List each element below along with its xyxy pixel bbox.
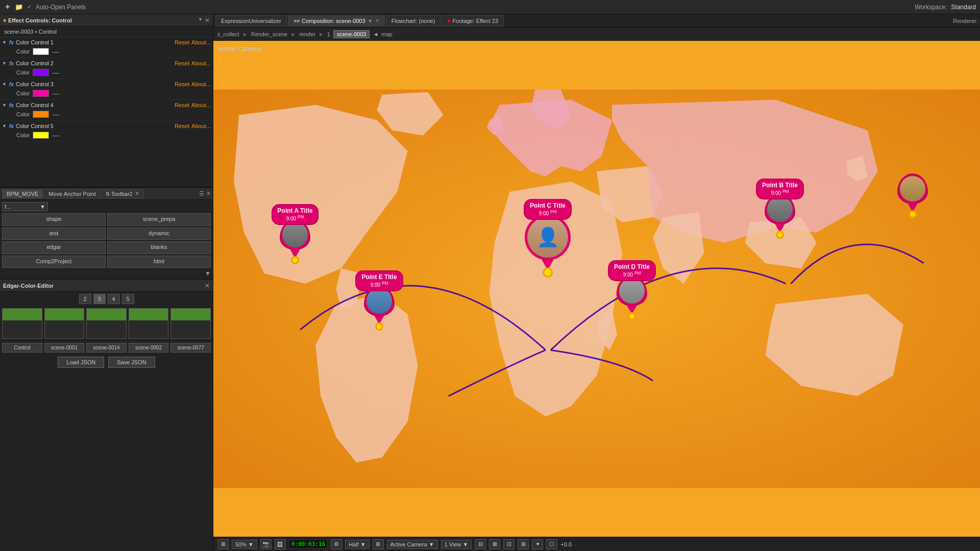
snapshot-button[interactable]: 📷 xyxy=(260,539,272,549)
view-select[interactable]: 1 View ▼ xyxy=(441,540,472,549)
script-tab-anchor[interactable]: Move Anchor Point xyxy=(44,189,100,198)
expand-arrow-5[interactable]: ▼ xyxy=(2,123,7,129)
fit-to-comp-button[interactable]: ⊞ xyxy=(217,539,229,549)
dash-icon-4[interactable]: — xyxy=(52,110,59,118)
dash-icon-5[interactable]: — xyxy=(52,131,59,139)
script-btn-shape[interactable]: shape xyxy=(2,213,106,226)
puppet-button[interactable]: ✦ xyxy=(532,539,543,549)
comp-dropdown[interactable]: ▼ xyxy=(368,18,373,24)
dropdown-icon[interactable]: ▼ xyxy=(198,17,203,24)
about-btn-2[interactable]: About... xyxy=(191,60,211,66)
pin-c-dot xyxy=(543,267,553,278)
reset-btn-3[interactable]: Reset xyxy=(175,81,189,87)
control-name-5: Color Control 5 xyxy=(16,123,173,129)
script-btn-blanks[interactable]: blanks xyxy=(107,241,211,254)
about-btn-3[interactable]: About... xyxy=(191,81,211,87)
breadcrumb-render[interactable]: render xyxy=(299,31,315,37)
color-swatch-block-5[interactable] xyxy=(170,308,211,339)
scene-tab-0014[interactable]: scene-0014 xyxy=(86,343,127,353)
color-editor-title: Edgar-Color-Editor xyxy=(3,283,54,289)
timecode-display[interactable]: 0:00:03:16 xyxy=(289,540,328,548)
about-btn-1[interactable]: About... xyxy=(191,39,211,45)
color-tab-5[interactable]: 5 xyxy=(122,294,134,304)
close-icon[interactable]: ✕ xyxy=(135,190,139,197)
comp-close-icon[interactable]: ✕ xyxy=(375,18,379,23)
color-tab-3[interactable]: 3 xyxy=(93,294,106,304)
view-2-button[interactable]: ⊠ xyxy=(489,539,500,549)
breadcrumb-arrow-icon[interactable]: ◄ xyxy=(373,31,378,37)
color-swatch-4[interactable] xyxy=(33,111,49,118)
script-btn-test[interactable]: test xyxy=(2,228,106,240)
expand-arrow-3[interactable]: ▼ xyxy=(2,82,7,87)
render-button[interactable]: ⚙ xyxy=(331,539,342,549)
scene-tab-control[interactable]: Control xyxy=(2,343,42,353)
color-swatch-2[interactable] xyxy=(33,69,49,76)
breadcrumb-z-collect[interactable]: z_collect xyxy=(217,31,239,37)
quality-select[interactable]: Half ▼ xyxy=(345,540,369,549)
pin-d-dot xyxy=(628,312,636,320)
close-icon-editor[interactable]: ✕ xyxy=(205,282,210,289)
breadcrumb-render-scene[interactable]: Render_scene xyxy=(251,31,288,37)
control-name-1: Color Control 1 xyxy=(16,39,173,45)
dash-icon-1[interactable]: — xyxy=(52,47,59,56)
script-btn-html[interactable]: html xyxy=(107,256,211,268)
script-btn-dynamic[interactable]: dynamic xyxy=(107,228,211,240)
scene-tab-0002[interactable]: scene-0002 xyxy=(129,343,169,353)
expand-arrow-2[interactable]: ▼ xyxy=(2,61,7,66)
save-json-button[interactable]: Save JSON xyxy=(108,357,155,368)
camera-select[interactable]: Active Camera ▼ xyxy=(387,540,438,549)
breadcrumb-1[interactable]: 1 xyxy=(327,31,330,37)
script-tab-toolbar[interactable]: ft-Toolbar2 ✕ xyxy=(102,189,144,198)
menu-icon[interactable]: ☰ xyxy=(199,190,204,197)
view-4-button[interactable]: ⊞ xyxy=(518,539,529,549)
reset-btn-2[interactable]: Reset xyxy=(175,60,189,66)
script-btn-scene-prepa[interactable]: scene_prepa xyxy=(107,213,211,226)
color-tab-4[interactable]: 4 xyxy=(108,294,120,304)
auto-open-checkbox[interactable]: ✓ xyxy=(27,4,32,10)
color-tab-2[interactable]: 2 xyxy=(79,294,91,304)
color-control-item-2: ▼ fx Color Control 2 Reset About... Colo… xyxy=(0,58,213,79)
about-btn-5[interactable]: About... xyxy=(191,123,211,129)
script-btn-comp2project[interactable]: Comp2Project xyxy=(2,256,106,268)
close-icon-script[interactable]: ✕ xyxy=(206,190,211,197)
color-swatch-5[interactable] xyxy=(33,132,49,139)
breadcrumb-map[interactable]: map xyxy=(381,31,392,37)
show-snapshot-button[interactable]: 🖼 xyxy=(275,539,286,549)
color-swatch-block-4[interactable] xyxy=(129,308,169,339)
scene-tab-0077[interactable]: scene-0077 xyxy=(170,343,211,353)
reset-btn-5[interactable]: Reset xyxy=(175,123,189,129)
reset-btn-4[interactable]: Reset xyxy=(175,102,189,108)
color-swatch-block-2[interactable] xyxy=(44,308,85,339)
color-swatch-block-1[interactable] xyxy=(2,308,42,339)
comp-tab-footage[interactable]: ■ Footage: Effect 23 xyxy=(442,15,504,27)
view-3-button[interactable]: ⊡ xyxy=(503,539,514,549)
breadcrumb-active-scene[interactable]: scene-0003 xyxy=(333,30,370,38)
color-swatch-3[interactable] xyxy=(33,90,49,97)
comp-tab-scene[interactable]: ■■ Composition: scene-0003 ▼ ✕ xyxy=(288,15,385,27)
view-1-button[interactable]: ⊟ xyxy=(475,539,486,549)
grid-button[interactable]: ⊞ xyxy=(373,539,384,549)
about-btn-4[interactable]: About... xyxy=(191,102,211,108)
load-json-button[interactable]: Load JSON xyxy=(58,357,104,368)
reset-btn-1[interactable]: Reset xyxy=(175,39,189,45)
zoom-select[interactable]: 50% ▼ xyxy=(232,540,257,549)
dash-icon-2[interactable]: — xyxy=(52,68,59,77)
comp-tab-flowchart[interactable]: Flowchart: (none) xyxy=(386,15,441,27)
file-icon[interactable]: 📁 xyxy=(15,3,23,11)
comp-tab-expression[interactable]: ExpressionUniversalizer xyxy=(215,15,287,27)
dash-icon-3[interactable]: — xyxy=(52,89,59,97)
expand-arrow-1[interactable]: ▼ xyxy=(2,40,7,45)
3d-button[interactable]: ⬡ xyxy=(546,539,557,549)
color-swatch-block-3[interactable] xyxy=(86,308,127,339)
expand-arrow-4[interactable]: ▼ xyxy=(2,103,7,108)
script-dropdown[interactable]: f... ▼ xyxy=(2,202,48,211)
script-btn-edgar[interactable]: edgar xyxy=(2,241,106,254)
scroll-down-icon[interactable]: ▼ xyxy=(205,270,211,277)
close-icon[interactable]: ✕ xyxy=(205,17,210,24)
scene-tab-0001[interactable]: scene-0001 xyxy=(44,343,85,353)
color-swatch-1[interactable] xyxy=(33,48,49,55)
pin-c-label: Point C Title9:00 PM xyxy=(524,199,572,220)
quality-arrow: ▼ xyxy=(360,541,366,547)
script-tab-bpm[interactable]: BPM_MOVE xyxy=(2,189,43,198)
color-control-item-4: ▼ fx Color Control 4 Reset About... Colo… xyxy=(0,100,213,121)
